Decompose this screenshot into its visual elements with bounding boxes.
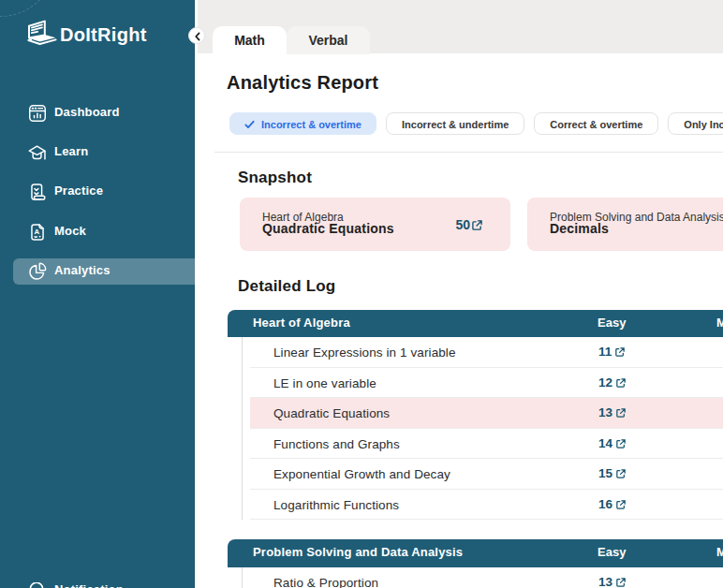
svg-text:A: A bbox=[35, 228, 40, 236]
